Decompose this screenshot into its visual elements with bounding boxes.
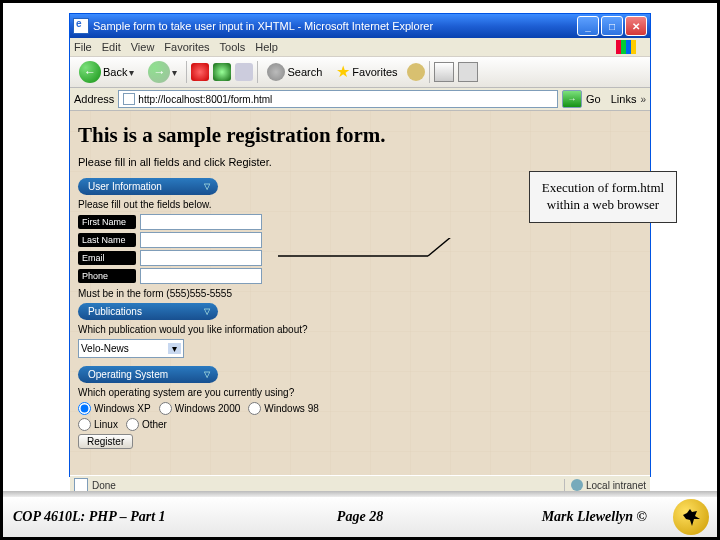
separator (186, 61, 187, 83)
pub-question: Which publication would you like informa… (78, 324, 642, 335)
forward-button[interactable]: → ▾ (143, 58, 182, 86)
footer-left: COP 4610L: PHP – Part 1 (13, 509, 166, 525)
favorites-button[interactable]: ★ Favorites (331, 61, 402, 83)
label-phone: Phone (78, 269, 136, 283)
print-icon[interactable] (458, 62, 478, 82)
maximize-button[interactable]: □ (601, 16, 623, 36)
slide-footer: COP 4610L: PHP – Part 1 Page 28 Mark Lle… (3, 491, 717, 537)
section-os: Operating System (78, 366, 218, 383)
radio-linux[interactable]: Linux (78, 418, 118, 431)
go-button[interactable]: → (562, 90, 582, 108)
zone-text: Local intranet (586, 480, 646, 491)
back-arrow-icon: ← (79, 61, 101, 83)
search-button[interactable]: Search (262, 60, 327, 84)
ie-window: Sample form to take user input in XHTML … (69, 13, 651, 477)
minimize-button[interactable]: _ (577, 16, 599, 36)
radio-win98[interactable]: Windows 98 (248, 402, 318, 415)
section-user-info: User Information (78, 178, 218, 195)
titlebar: Sample form to take user input in XHTML … (70, 14, 650, 38)
address-label: Address (74, 93, 114, 105)
ie-logo-icon (73, 18, 89, 34)
radio-win2000[interactable]: Windows 2000 (159, 402, 241, 415)
mail-icon[interactable] (434, 62, 454, 82)
pegasus-logo-icon (673, 499, 709, 535)
search-label: Search (287, 66, 322, 78)
star-icon: ★ (336, 64, 350, 80)
close-button[interactable]: ✕ (625, 16, 647, 36)
menu-edit[interactable]: Edit (102, 41, 121, 53)
home-icon[interactable] (235, 63, 253, 81)
instruction-text: Please fill in all fields and click Regi… (78, 156, 642, 168)
page-content: This is a sample registration form. Plea… (70, 111, 650, 475)
back-button[interactable]: ← Back ▾ (74, 58, 139, 86)
menu-view[interactable]: View (131, 41, 155, 53)
firstname-input[interactable] (140, 214, 262, 230)
os-question: Which operating system are you currently… (78, 387, 642, 398)
chevron-down-icon: ▾ (129, 67, 134, 78)
done-icon (74, 478, 88, 492)
history-icon[interactable] (407, 63, 425, 81)
footer-author: Mark Llewellyn © (542, 509, 647, 525)
stop-icon[interactable] (191, 63, 209, 81)
annotation-callout: Execution of form.html within a web brow… (529, 171, 677, 223)
radio-winxp[interactable]: Windows XP (78, 402, 151, 415)
window-title: Sample form to take user input in XHTML … (93, 20, 577, 32)
forward-arrow-icon: → (148, 61, 170, 83)
search-icon (267, 63, 285, 81)
page-icon (123, 93, 135, 105)
address-input[interactable]: http://localhost:8001/form.html (118, 90, 558, 108)
phone-input[interactable] (140, 268, 262, 284)
url-text: http://localhost:8001/form.html (138, 94, 272, 105)
page-heading: This is a sample registration form. (78, 123, 642, 148)
refresh-icon[interactable] (213, 63, 231, 81)
zone-icon (571, 479, 583, 491)
links-label[interactable]: Links (611, 93, 637, 105)
footer-page: Page 28 (337, 509, 383, 525)
radio-other[interactable]: Other (126, 418, 167, 431)
select-value: Velo-News (81, 343, 129, 354)
address-bar: Address http://localhost:8001/form.html … (70, 88, 650, 111)
label-firstname: First Name (78, 215, 136, 229)
menu-tools[interactable]: Tools (220, 41, 246, 53)
lastname-input[interactable] (140, 232, 262, 248)
label-email: Email (78, 251, 136, 265)
windows-flag-icon (616, 40, 636, 54)
favorites-label: Favorites (352, 66, 397, 78)
menu-help[interactable]: Help (255, 41, 278, 53)
register-button[interactable]: Register (78, 434, 133, 449)
phone-hint: Must be in the form (555)555-5555 (78, 288, 642, 299)
status-text: Done (92, 480, 116, 491)
chevron-down-icon: ▾ (168, 343, 181, 354)
publication-select[interactable]: Velo-News ▾ (78, 339, 184, 358)
email-input[interactable] (140, 250, 262, 266)
menu-file[interactable]: File (74, 41, 92, 53)
chevron-down-icon: ▾ (172, 67, 177, 78)
separator (257, 61, 258, 83)
label-lastname: Last Name (78, 233, 136, 247)
menu-favorites[interactable]: Favorites (164, 41, 209, 53)
back-label: Back (103, 66, 127, 78)
go-label: Go (586, 93, 601, 105)
section-publications: Publications (78, 303, 218, 320)
chevron-right-icon: » (640, 94, 646, 105)
menubar: File Edit View Favorites Tools Help (70, 38, 650, 57)
toolbar: ← Back ▾ → ▾ Search ★ Favorites (70, 57, 650, 88)
separator (429, 61, 430, 83)
